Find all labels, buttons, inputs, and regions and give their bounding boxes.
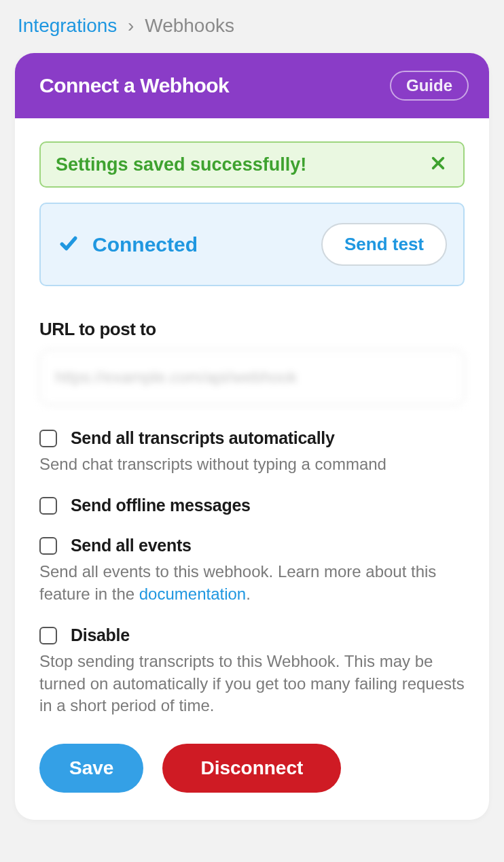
guide-button[interactable]: Guide xyxy=(390,71,469,101)
success-alert: Settings saved successfully! xyxy=(39,141,465,188)
save-button[interactable]: Save xyxy=(39,744,143,793)
breadcrumb-current: Webhooks xyxy=(145,15,234,36)
option-title: Disable xyxy=(71,625,130,645)
checkbox-disable[interactable] xyxy=(39,627,57,644)
breadcrumb-link-integrations[interactable]: Integrations xyxy=(18,15,117,36)
card-body: Settings saved successfully! Connected S… xyxy=(15,118,489,820)
checkbox-transcripts[interactable] xyxy=(39,430,57,447)
url-input[interactable] xyxy=(39,349,465,405)
alert-message: Settings saved successfully! xyxy=(56,154,306,175)
status-label: Connected xyxy=(92,233,198,256)
option-offline: Send offline messages xyxy=(39,496,465,515)
option-events: Send all events Send all events to this … xyxy=(39,536,465,605)
disconnect-button[interactable]: Disconnect xyxy=(162,744,341,793)
breadcrumb: Integrations › Webhooks xyxy=(0,0,504,49)
close-icon[interactable] xyxy=(428,154,448,175)
breadcrumb-separator: › xyxy=(128,15,134,36)
status-left: Connected xyxy=(57,233,198,256)
send-test-button[interactable]: Send test xyxy=(321,223,447,266)
page-title: Connect a Webhook xyxy=(39,74,229,97)
checkbox-offline[interactable] xyxy=(39,497,57,515)
connection-status: Connected Send test xyxy=(39,203,465,286)
card-header: Connect a Webhook Guide xyxy=(15,53,489,118)
option-desc: Send all events to this webhook. Learn m… xyxy=(39,561,465,605)
option-desc: Stop sending transcripts to this Webhook… xyxy=(39,651,465,717)
webhook-card: Connect a Webhook Guide Settings saved s… xyxy=(15,53,489,820)
url-label: URL to post to xyxy=(39,319,465,340)
option-desc: Send chat transcripts without typing a c… xyxy=(39,453,465,475)
option-title: Send all events xyxy=(71,536,192,555)
check-icon xyxy=(57,235,80,255)
option-title: Send all transcripts automatically xyxy=(71,428,335,448)
action-row: Save Disconnect xyxy=(39,744,465,793)
option-title: Send offline messages xyxy=(71,496,251,515)
checkbox-events[interactable] xyxy=(39,537,57,555)
documentation-link[interactable]: documentation xyxy=(139,585,246,603)
option-transcripts: Send all transcripts automatically Send … xyxy=(39,428,465,475)
option-disable: Disable Stop sending transcripts to this… xyxy=(39,625,465,717)
